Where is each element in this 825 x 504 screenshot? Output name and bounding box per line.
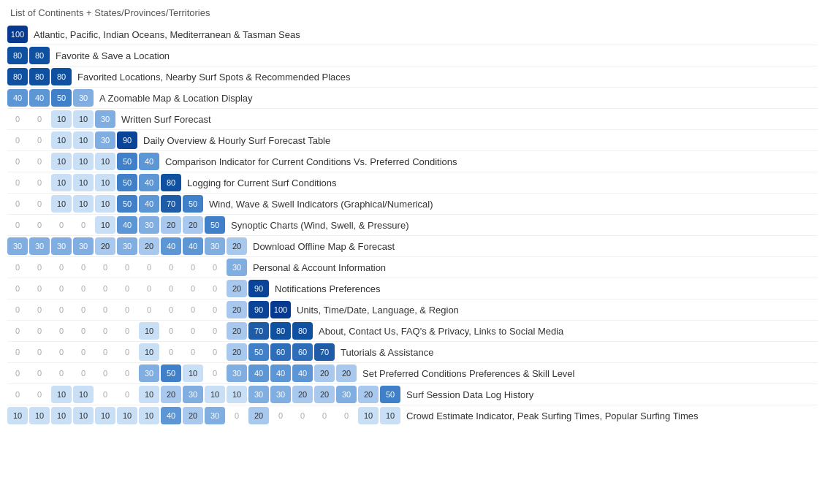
cell-value: 0 — [73, 301, 94, 318]
table-row: 0010101050407050Wind, Wave & Swell Indic… — [7, 194, 818, 215]
cell-value: 60 — [270, 343, 291, 361]
cell-value: 0 — [51, 343, 72, 361]
cell-value: 50 — [117, 174, 137, 191]
cell-value: 0 — [29, 195, 50, 213]
cell-value: 30 — [248, 386, 269, 403]
row-label: Favorited Locations, Nearby Surf Spots &… — [77, 72, 351, 83]
cell-value: 10 — [73, 407, 94, 424]
cell-value: 0 — [29, 280, 50, 297]
data-table: 100Atlantic, Pacific, Indian Oceans, Med… — [7, 24, 818, 426]
cell-value: 30 — [29, 237, 50, 255]
cell-value: 0 — [7, 195, 28, 213]
cell-value: 10 — [73, 153, 94, 170]
cell-value: 20 — [161, 386, 181, 403]
cell-value: 0 — [314, 407, 335, 424]
cell-value: 70 — [314, 343, 335, 361]
cell-value: 80 — [29, 47, 50, 64]
cell-value: 0 — [7, 280, 28, 297]
cell-value: 50 — [248, 343, 269, 361]
cell-value: 0 — [161, 259, 181, 276]
cell-value: 0 — [7, 322, 28, 340]
table-row: 0000104030202050Synoptic Charts (Wind, S… — [7, 215, 818, 236]
row-label: Wind, Wave & Swell Indicators (Graphical… — [209, 199, 433, 210]
table-row: 40405030A Zoomable Map & Location Displa… — [7, 88, 818, 109]
cell-value: 0 — [51, 364, 72, 382]
cell-value: 10 — [183, 364, 203, 382]
cell-value: 0 — [95, 364, 115, 382]
cell-value: 40 — [139, 195, 159, 213]
cell-value: 0 — [73, 322, 94, 340]
cell-value: 10 — [73, 174, 94, 191]
cell-value: 0 — [29, 259, 50, 276]
cell-value: 30 — [73, 237, 94, 255]
cell-value: 10 — [205, 386, 225, 403]
cell-value: 80 — [7, 68, 28, 85]
table-row: 00101000102030101030302020302050Surf Ses… — [7, 384, 818, 405]
cell-value: 50 — [183, 195, 203, 213]
cell-value: 0 — [95, 301, 115, 318]
cell-value: 30 — [205, 407, 225, 424]
row-label: Surf Session Data Log History — [406, 389, 533, 400]
cell-value: 40 — [292, 364, 313, 382]
cell-value: 0 — [183, 322, 203, 340]
cell-value: 10 — [95, 153, 115, 170]
cell-value: 0 — [7, 386, 28, 403]
cell-value: 20 — [227, 343, 247, 361]
cell-value: 0 — [73, 216, 94, 234]
cell-value: 0 — [183, 280, 203, 297]
cell-value: 0 — [161, 343, 181, 361]
cell-value: 0 — [95, 343, 115, 361]
cell-value: 20 — [227, 280, 247, 297]
cell-value: 70 — [248, 322, 269, 340]
cell-value: 0 — [161, 280, 181, 297]
row-label: Download Offline Map & Forecast — [253, 241, 395, 252]
cell-value: 0 — [51, 301, 72, 318]
cell-value: 0 — [270, 407, 291, 424]
cell-value: 30 — [117, 237, 137, 255]
cell-value: 0 — [7, 364, 28, 382]
cell-value: 0 — [7, 174, 28, 191]
cell-value: 40 — [270, 364, 291, 382]
cell-value: 70 — [161, 195, 181, 213]
row-label: Comparison Indicator for Current Conditi… — [165, 156, 457, 167]
cell-value: 50 — [205, 216, 225, 234]
cell-value: 20 — [292, 386, 313, 403]
cell-value: 0 — [227, 407, 247, 424]
cell-value: 10 — [51, 174, 72, 191]
cell-value: 40 — [248, 364, 269, 382]
row-label: Personal & Account Information — [253, 262, 386, 273]
cell-value: 10 — [51, 386, 72, 403]
table-row: 00000000002090Notifications Preferences — [7, 278, 818, 299]
cell-value: 10 — [227, 386, 247, 403]
cell-value: 40 — [139, 153, 159, 170]
cell-value: 20 — [227, 237, 247, 255]
table-row: 00000000002090100Units, Time/Date, Langu… — [7, 299, 818, 321]
cell-value: 10 — [139, 407, 159, 424]
cell-value: 0 — [183, 259, 203, 276]
cell-value: 0 — [73, 343, 94, 361]
cell-value: 0 — [161, 301, 181, 318]
row-label: Set Preferred Conditions Preferences & S… — [362, 368, 574, 379]
cell-value: 50 — [380, 386, 400, 403]
cell-value: 0 — [7, 153, 28, 170]
cell-value: 10 — [7, 407, 28, 424]
cell-value: 0 — [205, 322, 225, 340]
cell-value: 0 — [205, 301, 225, 318]
cell-value: 80 — [270, 322, 291, 340]
row-label: Synoptic Charts (Wind, Swell, & Pressure… — [231, 220, 408, 231]
cell-value: 0 — [95, 386, 115, 403]
row-label: A Zoomable Map & Location Display — [99, 93, 253, 104]
cell-value: 10 — [139, 386, 159, 403]
cell-value: 40 — [183, 237, 203, 255]
cell-value: 10 — [95, 216, 115, 234]
cell-value: 0 — [292, 407, 313, 424]
cell-value: 0 — [95, 280, 115, 297]
page-header: List of Continents + States/Provinces/Te… — [7, 7, 818, 18]
cell-value: 0 — [51, 322, 72, 340]
row-label: Notifications Preferences — [275, 283, 381, 294]
cell-value: 30 — [73, 89, 94, 107]
table-row: 1010101010101040203002000001010Crowd Est… — [7, 405, 818, 426]
cell-value: 0 — [95, 259, 115, 276]
cell-value: 20 — [227, 301, 247, 318]
cell-value: 0 — [336, 407, 357, 424]
